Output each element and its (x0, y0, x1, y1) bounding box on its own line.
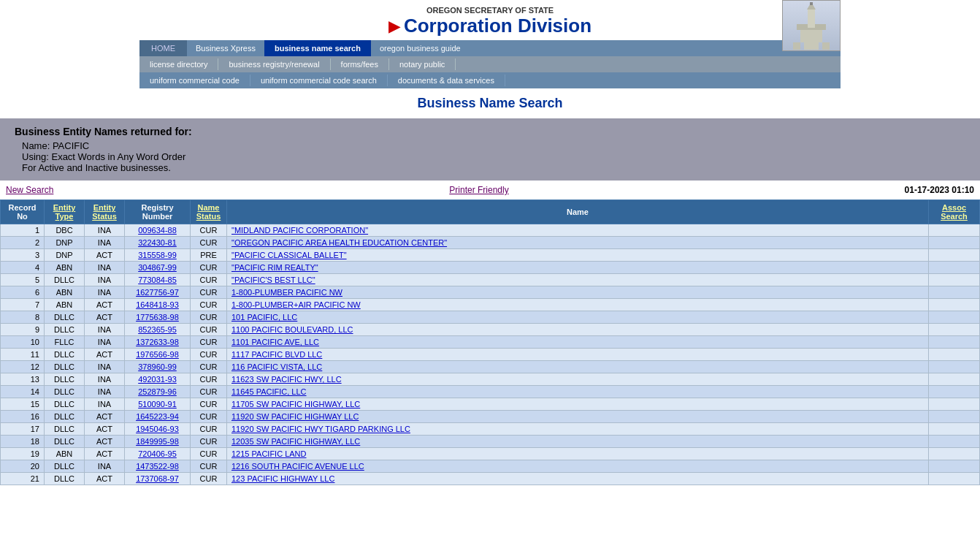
name-cell[interactable]: "OREGON PACIFIC AREA HEALTH EDUCATION CE… (227, 237, 929, 249)
data-cell (929, 448, 980, 460)
name-cell[interactable]: 1-800-PLUMBER+AIR PACIFIC NW (227, 299, 929, 311)
data-cell[interactable]: 1976566-98 (125, 349, 191, 361)
data-cell[interactable]: 1775638-98 (125, 311, 191, 324)
data-cell (929, 224, 980, 237)
capitol-image (782, 0, 841, 51)
data-cell (929, 311, 980, 324)
nav-license-directory[interactable]: license directory (139, 58, 218, 70)
name-cell[interactable]: 1100 PACIFIC BOULEVARD, LLC (227, 324, 929, 336)
record-number-cell: 17 (1, 423, 45, 436)
name-cell[interactable]: 1-800-PLUMBER PACIFIC NW (227, 286, 929, 299)
col-header-entity-type: Entity Type (45, 200, 85, 224)
table-row: 21DLLCACT1737068-97CUR123 PACIFIC HIGHWA… (1, 473, 980, 485)
data-cell: ACT (85, 311, 125, 324)
name-cell[interactable]: 1101 PACIFIC AVE, LLC (227, 336, 929, 349)
record-number-cell: 6 (1, 286, 45, 299)
table-row: 18DLLCACT1849995-98CUR12035 SW PACIFIC H… (1, 436, 980, 448)
data-cell: DLLC (45, 423, 85, 436)
data-cell[interactable]: 492031-93 (125, 373, 191, 386)
data-cell[interactable]: 1737068-97 (125, 473, 191, 485)
record-number-cell: 2 (1, 237, 45, 249)
name-cell[interactable]: 11920 SW PACIFIC HIGHWAY LLC (227, 411, 929, 423)
name-cell[interactable]: 101 PACIFIC, LLC (227, 311, 929, 324)
data-cell[interactable]: 322430-81 (125, 237, 191, 249)
data-cell: INA (85, 262, 125, 274)
data-cell: ACT (85, 249, 125, 262)
nav-oregon-business-guide[interactable]: oregon business guide (371, 40, 470, 56)
home-link[interactable]: HOME (139, 40, 187, 56)
name-cell[interactable]: "PACIFIC RIM REALTY" (227, 262, 929, 274)
name-cell[interactable]: 1216 SOUTH PACIFIC AVENUE LLC (227, 460, 929, 473)
data-cell[interactable]: 252879-96 (125, 386, 191, 398)
sort-assoc-search[interactable]: Assoc Search (941, 203, 968, 221)
data-cell: INA (85, 361, 125, 373)
data-cell: CUR (191, 386, 227, 398)
sort-name-status[interactable]: Name Status (196, 203, 221, 221)
data-cell[interactable]: 378960-99 (125, 361, 191, 373)
nav-business-name-search[interactable]: business name search (264, 40, 371, 56)
nav-notary-public[interactable]: notary public (389, 58, 456, 70)
table-row: 16DLLCACT1645223-94CUR11920 SW PACIFIC H… (1, 411, 980, 423)
data-cell: DLLC (45, 274, 85, 286)
name-cell[interactable]: "PACIFIC'S BEST LLC" (227, 274, 929, 286)
printer-friendly-link[interactable]: Printer Friendly (449, 185, 508, 195)
nav-ucc-search[interactable]: uniform commercial code search (250, 75, 388, 86)
data-cell: CUR (191, 398, 227, 411)
name-cell[interactable]: "PACIFIC CLASSICAL BALLET" (227, 249, 929, 262)
data-cell: ABN (45, 448, 85, 460)
data-cell: CUR (191, 460, 227, 473)
name-cell[interactable]: "MIDLAND PACIFIC CORPORATION" (227, 224, 929, 237)
table-row: 7ABNACT1648418-93CUR1-800-PLUMBER+AIR PA… (1, 299, 980, 311)
name-cell[interactable]: 12035 SW PACIFIC HIGHWAY, LLC (227, 436, 929, 448)
data-cell[interactable]: 009634-88 (125, 224, 191, 237)
name-cell[interactable]: 116 PACIFIC VISTA, LLC (227, 361, 929, 373)
nav-business-registry[interactable]: business registry/renewal (218, 58, 330, 70)
data-cell: DLLC (45, 460, 85, 473)
data-cell (929, 336, 980, 349)
nav-business-xpress[interactable]: Business Xpress (187, 40, 264, 56)
name-cell[interactable]: 11645 PACIFIC, LLC (227, 386, 929, 398)
sort-entity-type[interactable]: Entity Type (53, 203, 76, 221)
data-cell: DLLC (45, 311, 85, 324)
data-cell[interactable]: 1627756-97 (125, 286, 191, 299)
data-cell: INA (85, 324, 125, 336)
data-cell: ACT (85, 349, 125, 361)
record-number-cell: 5 (1, 274, 45, 286)
table-row: 20DLLCINA1473522-98CUR1216 SOUTH PACIFIC… (1, 460, 980, 473)
nav-documents-data[interactable]: documents & data services (388, 75, 505, 86)
col-header-entity-status: Entity Status (85, 200, 125, 224)
data-cell[interactable]: 510090-91 (125, 398, 191, 411)
search-for: For Active and Inactive businesses. (15, 162, 965, 173)
data-cell[interactable]: 1945046-93 (125, 423, 191, 436)
name-cell[interactable]: 1215 PACIFIC LAND (227, 448, 929, 460)
data-cell[interactable]: 304867-99 (125, 262, 191, 274)
data-cell[interactable]: 1473522-98 (125, 460, 191, 473)
data-cell: DLLC (45, 373, 85, 386)
svg-rect-3 (808, 10, 815, 28)
data-cell[interactable]: 315558-99 (125, 249, 191, 262)
sort-entity-status[interactable]: Entity Status (92, 203, 117, 221)
new-search-link[interactable]: New Search (6, 185, 53, 195)
data-cell (929, 361, 980, 373)
data-cell[interactable]: 852365-95 (125, 324, 191, 336)
name-cell[interactable]: 11920 SW PACIFIC HWY TIGARD PARKING LLC (227, 423, 929, 436)
data-cell[interactable]: 1648418-93 (125, 299, 191, 311)
name-cell[interactable]: 11623 SW PACIFIC HWY, LLC (227, 373, 929, 386)
data-cell[interactable]: 773084-85 (125, 274, 191, 286)
data-cell[interactable]: 1849995-98 (125, 436, 191, 448)
name-cell[interactable]: 1117 PACIFIC BLVD LLC (227, 349, 929, 361)
name-cell[interactable]: 123 PACIFIC HIGHWAY LLC (227, 473, 929, 485)
data-cell[interactable]: 1372633-98 (125, 336, 191, 349)
table-row: 5DLLCINA773084-85CUR"PACIFIC'S BEST LLC" (1, 274, 980, 286)
record-number-cell: 12 (1, 361, 45, 373)
name-cell[interactable]: 11705 SW PACIFIC HIGHWAY, LLC (227, 398, 929, 411)
data-cell: INA (85, 274, 125, 286)
data-cell: CUR (191, 299, 227, 311)
data-cell[interactable]: 1645223-94 (125, 411, 191, 423)
data-cell: ACT (85, 299, 125, 311)
nav-forms-fees[interactable]: forms/fees (331, 58, 389, 70)
data-cell[interactable]: 720406-95 (125, 448, 191, 460)
svg-rect-7 (822, 42, 830, 50)
search-name: Name: PACIFIC (15, 140, 965, 151)
nav-ucc[interactable]: uniform commercial code (139, 75, 250, 86)
